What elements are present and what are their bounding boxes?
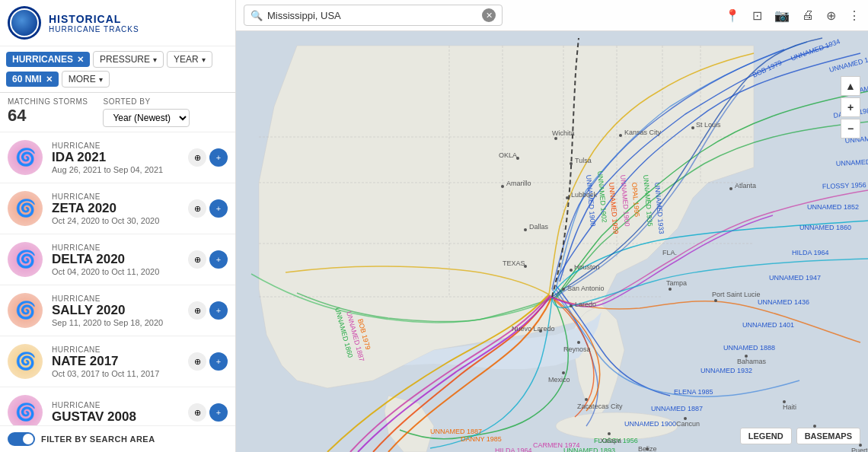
sorted-by-section: SORTED BY Year (Newest) Year (Oldest) Na… [103, 97, 190, 127]
map-search-box[interactable]: 🔍 Mississippi, USA ✕ [244, 5, 503, 26]
svg-point-79 [585, 398, 588, 401]
svg-text:Lubbock: Lubbock [571, 191, 598, 199]
storm-dates-nate-2017: Oct 03, 2017 to Oct 11, 2017 [52, 369, 188, 378]
map-search-clear-button[interactable]: ✕ [482, 8, 496, 22]
hurricane-spiral-icon: 🌀 [15, 352, 36, 371]
sorted-by-label: SORTED BY [103, 97, 150, 106]
map-background[interactable]: BOB 1979 UNNAMED 1934 UNNAMED 1888 UNNAM… [236, 30, 868, 452]
storm-icon-sally-2020: 🌀 [8, 293, 43, 328]
chevron-down-icon-year: ▾ [202, 56, 206, 64]
storm-card-ida-2021[interactable]: 🌀 HURRICANE IDA 2021 Aug 26, 2021 to Sep… [0, 132, 235, 183]
locate-storm-button-gustav-2008[interactable]: ⊕ [188, 403, 206, 422]
legend-button[interactable]: LEGEND [740, 428, 792, 444]
locate-storm-button-zeta-2020[interactable]: ⊕ [188, 199, 206, 218]
storm-type-gustav-2008: HURRICANE [52, 401, 188, 409]
matching-storms-label: MATCHING STORMS [8, 97, 88, 106]
filter-chip-more[interactable]: MORE ▾ [62, 71, 110, 88]
filter-chip-pressure[interactable]: PRESSURE ▾ [93, 51, 164, 68]
hurricane-spiral-icon: 🌀 [15, 199, 36, 218]
locate-storm-button-nate-2017[interactable]: ⊕ [188, 352, 206, 371]
storms-list: 🌀 HURRICANE IDA 2021 Aug 26, 2021 to Sep… [0, 132, 235, 425]
chevron-down-icon-more: ▾ [99, 75, 103, 84]
map-svg: BOB 1979 UNNAMED 1934 UNNAMED 1888 UNNAM… [236, 30, 868, 452]
locate-storm-button-sally-2020[interactable]: ⊕ [188, 301, 206, 320]
svg-text:FLA.: FLA. [662, 249, 677, 256]
gps-icon[interactable]: ⊕ [826, 8, 836, 23]
storm-type-sally-2020: HURRICANE [52, 294, 188, 303]
filter-chip-60nmi[interactable]: 60 NMI ✕ [6, 72, 59, 87]
svg-text:UNNAMED 1947: UNNAMED 1947 [769, 274, 821, 282]
storm-info-gustav-2008: HURRICANE GUSTAV 2008 [52, 401, 188, 425]
basemaps-button[interactable]: BASEMAPS [796, 428, 860, 444]
filter-chip-label-pressure: PRESSURE [100, 54, 150, 65]
storm-info-delta-2020: HURRICANE DELTA 2020 Oct 04, 2020 to Oct… [52, 244, 188, 276]
storm-card-zeta-2020[interactable]: 🌀 HURRICANE ZETA 2020 Oct 24, 2020 to Oc… [0, 183, 235, 234]
crop-icon[interactable]: ⊡ [752, 8, 762, 23]
svg-text:Port Saint Lucie: Port Saint Lucie [712, 291, 761, 298]
filter-chip-hurricanes[interactable]: HURRICANES ✕ [6, 52, 90, 67]
map-search-value: Mississippi, USA [267, 10, 474, 21]
info-storm-button-ida-2021[interactable]: + [209, 148, 228, 167]
svg-point-71 [570, 304, 573, 307]
storm-icon-zeta-2020: 🌀 [8, 191, 43, 226]
storm-name-gustav-2008: GUSTAV 2008 [52, 409, 188, 425]
svg-text:Bahamas: Bahamas [737, 358, 767, 365]
map-panel: 🔍 Mississippi, USA ✕ 📍 ⊡ 📷 🖨 ⊕ ⋮ [236, 0, 868, 452]
app-title: HISTORICAL HURRICANE TRACKS [49, 13, 139, 33]
scroll-up-button[interactable]: ▲ [841, 76, 860, 96]
search-icon: 🔍 [251, 10, 263, 21]
storm-icon-nate-2017: 🌀 [8, 344, 43, 379]
locate-storm-button-delta-2020[interactable]: ⊕ [188, 250, 206, 269]
storm-card-delta-2020[interactable]: 🌀 HURRICANE DELTA 2020 Oct 04, 2020 to O… [0, 234, 235, 285]
locate-storm-button-ida-2021[interactable]: ⊕ [188, 148, 206, 167]
storm-info-sally-2020: HURRICANE SALLY 2020 Sep 11, 2020 to Sep… [52, 294, 188, 327]
matching-storms-count: 64 [8, 106, 88, 126]
sort-select[interactable]: Year (Newest) Year (Oldest) Name A-Z [103, 109, 190, 127]
share-icon[interactable]: ⋮ [848, 8, 860, 23]
storm-info-ida-2021: HURRICANE IDA 2021 Aug 26, 2021 to Sep 0… [52, 142, 188, 174]
svg-text:TEXAS: TEXAS [503, 259, 525, 267]
svg-text:UNNAMED 1860: UNNAMED 1860 [799, 224, 851, 231]
hurricane-spiral-icon: 🌀 [15, 403, 36, 422]
map-zoom-controls: ▲ + − [841, 76, 860, 138]
svg-text:Tampa: Tampa [666, 279, 687, 287]
storm-actions-sally-2020: ⊕ + [188, 301, 228, 320]
info-storm-button-nate-2017[interactable]: + [209, 352, 228, 371]
storm-type-delta-2020: HURRICANE [52, 244, 188, 252]
filter-bar: HURRICANES ✕ PRESSURE ▾ YEAR ▾ 60 NMI ✕ … [0, 46, 235, 93]
zoom-out-button[interactable]: − [841, 119, 860, 138]
svg-text:DANNY 1985: DANNY 1985 [461, 435, 502, 443]
print-icon[interactable]: 🖨 [802, 8, 814, 22]
left-panel: HISTORICAL HURRICANE TRACKS HURRICANES ✕… [0, 0, 236, 452]
location-pin-icon[interactable]: 📍 [725, 8, 740, 23]
hurricane-spiral-icon: 🌀 [15, 301, 36, 320]
svg-point-57 [554, 137, 557, 140]
svg-text:San Antonio: San Antonio [567, 285, 605, 292]
filter-chip-year[interactable]: YEAR ▾ [167, 51, 212, 68]
map-toolbar: 🔍 Mississippi, USA ✕ 📍 ⊡ 📷 🖨 ⊕ ⋮ [236, 0, 868, 31]
svg-text:UNNAMED 1852: UNNAMED 1852 [807, 203, 859, 211]
storm-card-nate-2017[interactable]: 🌀 HURRICANE NATE 2017 Oct 03, 2017 to Oc… [0, 336, 235, 387]
svg-text:CARMEN 1974: CARMEN 1974 [533, 441, 580, 449]
storm-info-nate-2017: HURRICANE NATE 2017 Oct 03, 2017 to Oct … [52, 345, 188, 378]
svg-text:Reynosa: Reynosa [563, 345, 591, 353]
filter-toggle-switch[interactable] [8, 432, 35, 446]
storm-icon-delta-2020: 🌀 [8, 242, 43, 277]
zoom-in-button[interactable]: + [841, 97, 860, 117]
camera-icon[interactable]: 📷 [774, 8, 790, 23]
filter-chip-close-hurricanes[interactable]: ✕ [77, 55, 84, 65]
svg-point-53 [566, 196, 569, 199]
storm-card-gustav-2008[interactable]: 🌀 HURRICANE GUSTAV 2008 ⊕ + [0, 387, 235, 425]
chevron-down-icon-pressure: ▾ [153, 56, 157, 64]
info-storm-button-delta-2020[interactable]: + [209, 250, 228, 269]
filter-chip-close-60nmi[interactable]: ✕ [46, 75, 53, 84]
info-storm-button-sally-2020[interactable]: + [209, 301, 228, 320]
storm-name-ida-2021: IDA 2021 [52, 150, 188, 165]
info-storm-button-gustav-2008[interactable]: + [209, 403, 228, 422]
storm-card-sally-2020[interactable]: 🌀 HURRICANE SALLY 2020 Sep 11, 2020 to S… [0, 285, 235, 336]
svg-text:FLOSSY 1956: FLOSSY 1956 [822, 181, 866, 190]
info-storm-button-zeta-2020[interactable]: + [209, 199, 228, 218]
filter-chip-label-more: MORE [69, 74, 96, 84]
storm-dates-delta-2020: Oct 04, 2020 to Oct 11, 2020 [52, 267, 188, 276]
storm-icon-ida-2021: 🌀 [8, 140, 43, 175]
